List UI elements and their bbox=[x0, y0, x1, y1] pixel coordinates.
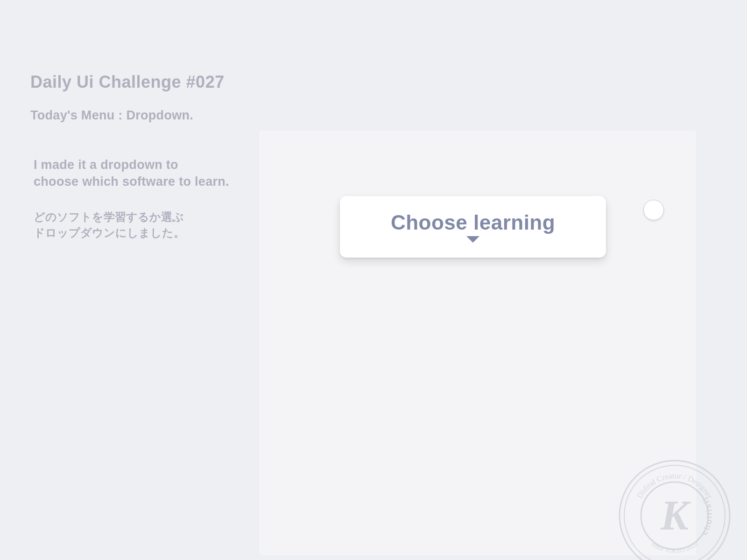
dropdown-trigger[interactable]: Choose learning bbox=[340, 196, 606, 258]
cursor-indicator bbox=[643, 200, 664, 220]
page-title: Daily Ui Challenge #027 bbox=[30, 72, 225, 92]
dropdown-label: Choose learning bbox=[391, 211, 555, 234]
svg-text:choliisii: choliisii bbox=[700, 495, 714, 537]
description-japanese-line: ドロップダウンにしました。 bbox=[34, 225, 185, 241]
description-japanese-line: どのソフトを学習するか選ぶ bbox=[34, 209, 185, 225]
stamp-side-text: choliisii bbox=[700, 495, 714, 537]
page-subtitle: Today's Menu : Dropdown. bbox=[30, 108, 193, 123]
creator-stamp: Didital Creator / Designer since TOKYO 2… bbox=[616, 457, 733, 560]
stamp-bottom-text: since TOKYO 2020 bbox=[650, 540, 699, 554]
stamp-letter: K bbox=[660, 492, 691, 539]
description-japanese: どのソフトを学習するか選ぶ ドロップダウンにしました。 bbox=[34, 209, 185, 240]
svg-text:since TOKYO 2020: since TOKYO 2020 bbox=[650, 540, 699, 554]
description-english: I made it a dropdown to choose which sof… bbox=[34, 156, 229, 190]
chevron-down-icon bbox=[466, 236, 479, 243]
